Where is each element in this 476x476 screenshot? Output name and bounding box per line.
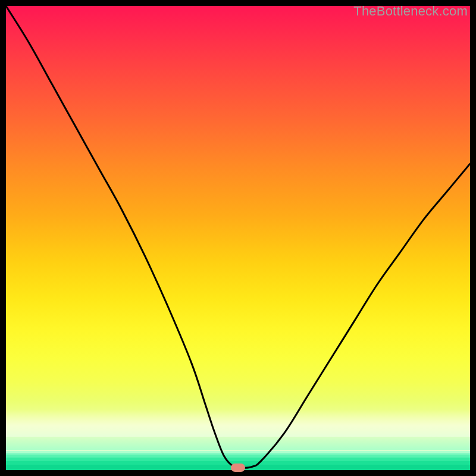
chart-container: TheBottleneck.com xyxy=(0,0,476,476)
chart-plot-area xyxy=(6,6,470,470)
